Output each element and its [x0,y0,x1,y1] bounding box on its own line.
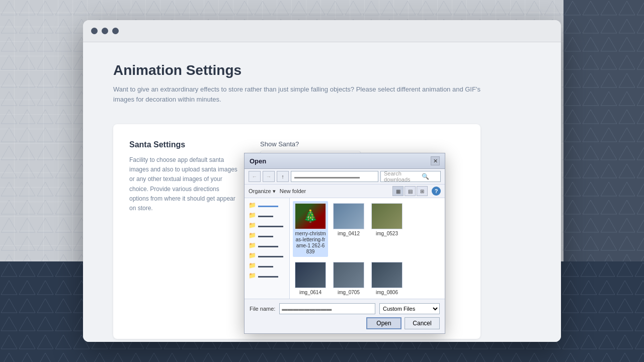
view-details[interactable]: ⊞ [417,186,428,196]
help-button[interactable]: ? [432,187,441,196]
new-folder-button[interactable]: New folder [280,188,306,194]
view-small-icons[interactable]: ▤ [405,186,416,196]
arrow-left-icon: ← [252,173,258,179]
dialog-close-button[interactable]: ✕ [431,156,440,165]
dialog-toolbar: ← → ↑ ▬▬▬▬▬▬▬▬▬▬▬▬▬ Search downloads 🔍 [245,169,445,185]
file-thumb-car [333,203,364,229]
sidebar-folder-2[interactable]: 📁 ▬▬▬ [245,210,289,220]
search-icon: 🔍 [422,173,429,180]
view-large-icons[interactable]: ▦ [392,186,404,196]
dialog-open-button[interactable]: Open [366,317,401,329]
sidebar-folder-3[interactable]: 📁 ▬▬▬▬▬ [245,220,289,230]
organize-button[interactable]: Organize ▾ [249,188,276,195]
dialog-footer: File name: Custom Files Open Cancel [245,299,445,333]
folder-icon-2: 📁 [249,212,256,219]
path-text: ▬▬▬▬▬▬▬▬▬▬▬▬▬ [294,174,360,179]
filename-row: File name: Custom Files [250,303,440,314]
sidebar-folder-5[interactable]: 📁 ▬▬▬▬ [245,240,289,250]
sidebar-folder-8[interactable]: 📁 ▬▬▬▬ [245,270,289,281]
card-left-column: Santa Settings Facility to choose app de… [129,140,240,213]
dialog-cancel-button[interactable]: Cancel [405,317,440,329]
file-item-dark-car[interactable]: img_0614 [293,260,328,298]
file-name-dark-car: img_0614 [299,290,321,296]
file-name-group: img_0705 [338,290,360,296]
christmas-icon: 🎄 [304,210,317,222]
traffic-light-close[interactable] [91,28,98,34]
search-box[interactable]: Search downloads 🔍 [380,171,441,182]
sidebar-folder-4[interactable]: 📁 ▬▬▬ [245,230,289,240]
file-item-car[interactable]: img_0412 [331,201,366,257]
file-item-group[interactable]: img_0705 [331,260,366,298]
file-item-car2[interactable]: img_0806 [369,260,405,298]
arrow-right-icon: → [266,173,272,179]
card-section-desc: Facility to choose app default santa ima… [129,155,240,213]
file-thumb-group [333,262,364,288]
nav-up-button[interactable]: ↑ [277,171,289,182]
dialog-title: Open [250,157,266,165]
filetype-select[interactable]: Custom Files [379,303,440,314]
folder-icon-8: 📁 [249,272,256,279]
file-grid: 🎄 merry-christmas-lettering-frame-1 262-… [290,198,445,299]
sidebar-folder-1[interactable]: 📁 ▬▬▬▬ [245,200,289,210]
page-subtitle: Want to give an extraordinary effects to… [113,84,480,104]
dialog-body: 📁 ▬▬▬▬ 📁 ▬▬▬ 📁 ▬▬▬▬▬ 📁 ▬▬▬ [245,198,445,299]
folder-icon-6: 📁 [249,252,256,259]
file-name-christmas: merry-christmas-lettering-frame-1 262-68… [295,231,326,255]
file-open-dialog[interactable]: Open ✕ ← → ↑ ▬▬▬▬▬▬▬▬▬▬▬▬▬ Search downl [244,153,445,334]
file-name-car: img_0412 [338,231,360,237]
traffic-light-minimize[interactable] [102,28,108,34]
traffic-light-maximize[interactable] [112,28,119,34]
filename-input[interactable] [279,303,375,314]
path-bar[interactable]: ▬▬▬▬▬▬▬▬▬▬▬▬▬ [291,171,378,182]
file-thumb-christmas: 🎄 [295,203,326,229]
nav-forward-button[interactable]: → [263,171,275,182]
file-thumb-car2 [371,262,403,288]
folder-icon-3: 📁 [249,222,256,229]
folder-icon-4: 📁 [249,232,256,239]
folder-icon-1: 📁 [249,202,256,209]
folder-icon-5: 📁 [249,242,256,249]
dialog-sidebar: 📁 ▬▬▬▬ 📁 ▬▬▬ 📁 ▬▬▬▬▬ 📁 ▬▬▬ [245,198,290,299]
folder-icon-7: 📁 [249,262,256,269]
file-thumb-dark-car [295,262,326,288]
file-thumb-outdoor [371,203,403,229]
filename-label: File name: [250,306,275,312]
view-buttons: ▦ ▤ ⊞ [392,186,428,196]
file-name-outdoor: img_0523 [376,231,398,237]
sidebar-folder-7[interactable]: 📁 ▬▬▬ [245,260,289,270]
file-item-outdoor[interactable]: img_0523 [369,201,405,257]
file-name-car2: img_0806 [376,290,398,296]
show-santa-label: Show Santa? [260,140,464,148]
card-section-title: Santa Settings [129,140,240,149]
organize-bar: Organize ▾ New folder ▦ ▤ ⊞ ? [245,185,445,198]
search-placeholder: Search downloads [384,170,420,183]
page-title: Animation Settings [113,62,531,78]
file-item-christmas[interactable]: 🎄 merry-christmas-lettering-frame-1 262-… [293,201,328,257]
dialog-title-bar: Open ✕ [245,153,445,169]
dialog-button-row: Open Cancel [250,317,440,329]
arrow-up-icon: ↑ [281,173,284,179]
main-window: Animation Settings Want to give an extra… [83,20,561,342]
sidebar-folder-6[interactable]: 📁 ▬▬▬▬▬ [245,250,289,260]
title-bar [83,20,561,42]
nav-back-button[interactable]: ← [249,171,261,182]
